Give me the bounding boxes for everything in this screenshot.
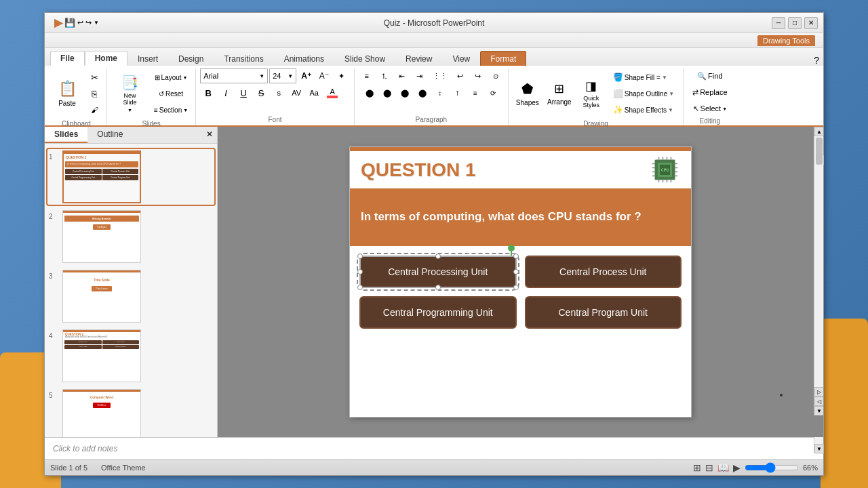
shadow-button[interactable]: s [271,85,287,100]
font-decrease-button[interactable]: A⁻ [316,68,332,83]
canvas-scroll-extra1[interactable]: ◁ [814,396,823,406]
align-right-button[interactable]: ⬤ [397,85,413,100]
tab-slideshow[interactable]: Slide Show [334,51,395,66]
bold-button[interactable]: B [200,85,216,100]
maximize-button[interactable]: □ [788,17,802,29]
rotation-handle[interactable] [508,245,515,251]
slide-item[interactable]: 3 Title Slide Play Game [47,268,214,324]
smart-art-button[interactable]: ⊙ [488,68,504,83]
canvas-scrollbar-right[interactable]: ▲ ▼ ◁ ▷ [814,127,823,415]
font-increase-button[interactable]: A⁺ [298,68,315,83]
slide-item[interactable]: 2 Wrong Answer Try Again [47,209,214,264]
help-icon[interactable]: ? [814,55,819,66]
numbering-button[interactable]: ⒈ [376,68,393,83]
slideshow-button[interactable]: ▶ [733,462,741,473]
normal-view-button[interactable]: ⊞ [693,462,701,473]
tab-view[interactable]: View [442,51,480,66]
handle-bc[interactable] [435,285,441,290]
quick-styles-button[interactable]: ◨ QuickStyles [576,73,606,114]
tab-insert[interactable]: Insert [127,51,168,66]
dropdown-icon[interactable]: ▼ [94,20,99,26]
reset-button[interactable]: ↺ Reset [151,86,191,101]
shapes-button[interactable]: ⬟ Shapes [513,73,542,114]
slide-sorter-button[interactable]: ⊟ [705,462,713,473]
find-button[interactable]: 🔍 Find [692,68,727,83]
redo-icon[interactable]: ↪ [85,18,92,27]
new-slide-button[interactable]: 📑 NewSlide ▼ [111,73,149,114]
quick-access-toolbar: ▶ 💾 ↩ ↪ ▼ [50,16,103,29]
tab-home[interactable]: Home [85,51,127,66]
copy-button[interactable]: ⎘ [86,86,102,101]
shape-fill-button[interactable]: 🪣 Shape Fill = ▼ [608,70,679,85]
cut-button[interactable]: ✂ [86,70,102,85]
handle-mr[interactable] [513,269,519,274]
tab-review[interactable]: Review [395,51,442,66]
answer-button-2[interactable]: Central Process Unit [525,256,682,288]
slide-question-body: In terms of computing, what does CPU sta… [350,188,691,246]
tab-design[interactable]: Design [168,51,214,66]
columns-button[interactable]: ⋮⋮ [429,68,451,83]
save-icon[interactable]: 💾 [64,18,75,28]
font-name-dropdown[interactable]: Arial ▼ [200,68,268,83]
minimize-button[interactable]: ─ [772,17,785,29]
canvas-scroll-extra2[interactable]: ▷ [814,387,823,396]
canvas-scroll-down[interactable]: ▼ [814,406,823,415]
tab-format[interactable]: Format [480,51,526,66]
notes-area[interactable]: Click to add notes [45,437,823,459]
layout-button[interactable]: ⊞ Layout ▼ [151,70,191,85]
font-color-button[interactable]: A [323,85,341,100]
handle-br[interactable] [513,285,519,290]
section-button[interactable]: ≡ Section ▼ [151,102,191,117]
strikethrough-button[interactable]: S [253,85,269,100]
align-center-button[interactable]: ⬤ [379,85,395,100]
tab-transitions[interactable]: Transitions [214,51,273,66]
justify-button[interactable]: ⬤ [414,85,431,100]
font-size-dropdown[interactable]: 24 ▼ [269,68,296,83]
canvas-scroll-thumb[interactable] [816,138,823,165]
slide-canvas[interactable]: QUESTION 1 [349,146,692,418]
tab-animations[interactable]: Animations [274,51,334,66]
italic-button[interactable]: I [218,85,234,100]
panel-tab-outline[interactable]: Outline [87,127,132,143]
format-painter-button[interactable]: 🖌 [86,102,102,117]
shape-effects-button[interactable]: ✨ Shape Effects ▼ [608,102,679,117]
paste-button[interactable]: 📋 Paste [50,73,84,114]
align-left-button[interactable]: ⬤ [361,85,378,100]
bullets-button[interactable]: ≡ [359,68,375,83]
text-align-button[interactable]: ≡ [467,85,484,100]
char-spacing-button[interactable]: AV [288,85,304,100]
slide-item[interactable]: 4 QUESTION 2 Along with what did Bill Ga… [47,328,214,384]
clear-format-button[interactable]: ✦ [334,68,350,83]
ltr-button[interactable]: ↪ [470,68,486,83]
arrange-button[interactable]: ⊞ Arrange [545,73,574,114]
underline-button[interactable]: U [235,85,252,100]
increase-indent-button[interactable]: ⇥ [412,68,428,83]
undo-icon[interactable]: ↩ [77,18,83,27]
close-panel-button[interactable]: ✕ [202,127,217,143]
tab-file[interactable]: File [50,51,85,66]
convert-smartart-button[interactable]: ⟳ [485,85,501,100]
slide-item[interactable]: 1 QUESTION 1 In terms of computing, what… [47,149,214,205]
handle-ml[interactable] [357,269,363,274]
handle-tr[interactable] [513,253,519,259]
slide-item[interactable]: 5 Computer Word RollDice [47,388,214,437]
select-button[interactable]: ↖ Select ▼ [688,101,732,116]
panel-tab-slides[interactable]: Slides [45,127,87,143]
answer-button-4[interactable]: Central Program Unit [525,296,682,329]
answer-button-3[interactable]: Central Programming Unit [359,296,517,329]
handle-bl[interactable] [357,285,363,290]
handle-tl[interactable] [357,253,363,259]
answer-button-1[interactable]: Central Processing Unit [359,256,517,288]
line-spacing-button[interactable]: ↕ [432,85,448,100]
shape-outline-button[interactable]: ⬜ Shape Outline ▼ [608,86,679,101]
handle-tc[interactable] [435,253,441,259]
replace-button[interactable]: ⇄ Replace [688,85,732,100]
decrease-indent-button[interactable]: ⇤ [394,68,410,83]
zoom-slider[interactable] [745,462,799,473]
change-case-button[interactable]: Aa [306,85,322,100]
text-direction-button[interactable]: ⊺ [450,85,466,100]
rtl-button[interactable]: ↩ [452,68,469,83]
reading-view-button[interactable]: 📖 [717,462,729,473]
close-button[interactable]: ✕ [804,17,818,29]
canvas-scroll-up[interactable]: ▲ [814,127,823,136]
